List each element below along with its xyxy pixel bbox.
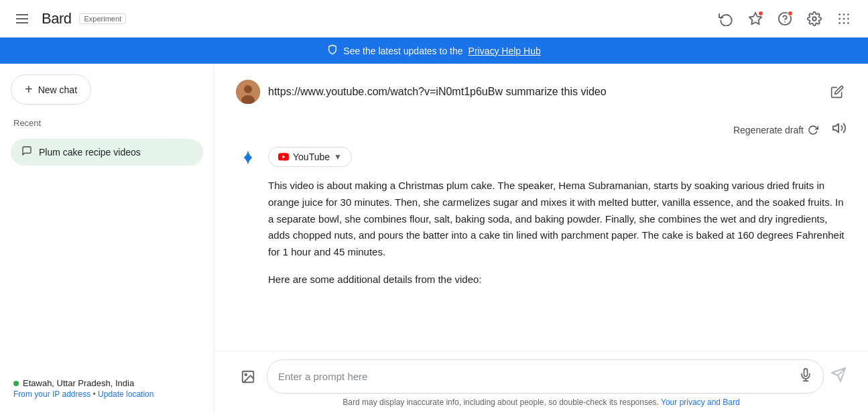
bard-response: Regenerate draft [236, 121, 847, 288]
location-dot [13, 381, 19, 386]
disclaimer: Bard may display inaccurate info, includ… [236, 398, 847, 410]
from-ip-text: From your IP address [13, 390, 90, 399]
svg-point-11 [843, 22, 845, 24]
svg-point-18 [245, 373, 247, 375]
main-content: https://www.youtube.com/watch?v=iN0mt1p6… [214, 64, 868, 413]
location-city: Etawah, Uttar Pradesh, India [23, 378, 134, 388]
recent-label: Recent [11, 118, 203, 128]
volume-icon[interactable] [832, 121, 847, 139]
youtube-label: YouTube [293, 152, 330, 162]
privacy-banner: See the latest updates to the Privacy He… [0, 38, 868, 64]
svg-point-7 [839, 17, 841, 19]
sidebar-item-plum-cake[interactable]: Plum cake recipe videos [11, 139, 203, 166]
chat-item-label: Plum cake recipe videos [39, 147, 141, 158]
regenerate-label: Regenerate draft [733, 125, 804, 135]
help-icon[interactable] [771, 5, 798, 32]
main-layout: + New chat Recent Plum cake recipe video… [0, 64, 868, 413]
plus-icon: + [25, 82, 33, 97]
experiment-badge: Experiment [79, 13, 126, 24]
grid-icon[interactable] [830, 5, 857, 32]
regenerate-button[interactable]: Regenerate draft [728, 122, 824, 138]
shield-icon [327, 44, 338, 57]
new-chat-button[interactable]: + New chat [11, 74, 91, 105]
chat-item-icon [21, 145, 32, 159]
response-additional-text: Here are some additional details from th… [268, 272, 847, 288]
starred-icon[interactable] [742, 5, 769, 32]
svg-point-8 [843, 17, 845, 19]
response-toolbar: Regenerate draft [236, 121, 847, 139]
update-location-link[interactable]: Update location [98, 390, 153, 399]
youtube-badge[interactable]: YouTube ▼ [268, 147, 352, 167]
image-upload-button[interactable] [236, 365, 260, 389]
chat-area: https://www.youtube.com/watch?v=iN0mt1p6… [214, 64, 868, 351]
prompt-input-wrapper [267, 359, 824, 394]
svg-point-4 [839, 13, 841, 15]
user-message: https://www.youtube.com/watch?v=iN0mt1p6… [236, 80, 847, 105]
svg-point-3 [812, 17, 816, 21]
history-icon[interactable] [712, 5, 739, 32]
response-main-text: This video is about making a Christmas p… [268, 178, 847, 261]
bard-sparkle-icon [236, 147, 260, 171]
user-message-left: https://www.youtube.com/watch?v=iN0mt1p6… [236, 80, 607, 104]
user-avatar [236, 80, 260, 104]
svg-point-10 [839, 22, 841, 24]
svg-marker-16 [833, 124, 839, 133]
header-left: Bard Experiment [11, 9, 126, 29]
response-content: YouTube ▼ This video is about making a C… [268, 147, 847, 288]
mic-icon[interactable] [799, 368, 812, 385]
svg-point-14 [244, 85, 252, 93]
send-icon[interactable] [830, 367, 847, 386]
svg-point-5 [843, 13, 845, 15]
location-links[interactable]: From your IP address • Update location [13, 390, 200, 399]
notification-dot [758, 11, 763, 16]
bard-response-body: YouTube ▼ This video is about making a C… [236, 147, 847, 288]
menu-icon[interactable] [11, 9, 34, 29]
user-query-text: https://www.youtube.com/watch?v=iN0mt1p6… [268, 80, 607, 100]
input-row [236, 359, 847, 394]
bard-logo: Bard [42, 10, 71, 27]
prompt-input[interactable] [278, 371, 794, 382]
svg-point-12 [847, 22, 849, 24]
svg-point-6 [847, 13, 849, 15]
new-chat-label: New chat [38, 84, 77, 95]
disclaimer-text: Bard may display inaccurate info, includ… [343, 398, 659, 407]
header: Bard Experiment [0, 0, 868, 38]
privacy-help-hub-link[interactable]: Privacy Help Hub [469, 46, 541, 56]
edit-icon[interactable] [828, 82, 847, 105]
help-notification-dot [788, 11, 793, 16]
sidebar: + New chat Recent Plum cake recipe video… [0, 64, 214, 413]
banner-text: See the latest updates to the [343, 46, 462, 56]
input-area: Bard may display inaccurate info, includ… [214, 351, 868, 413]
header-right [712, 5, 857, 32]
privacy-link[interactable]: Your privacy and Bard [661, 398, 740, 407]
settings-icon[interactable] [801, 5, 828, 32]
location-area: Etawah, Uttar Pradesh, India From your I… [11, 373, 203, 404]
chevron-down-icon: ▼ [334, 152, 342, 162]
svg-point-9 [847, 17, 849, 19]
